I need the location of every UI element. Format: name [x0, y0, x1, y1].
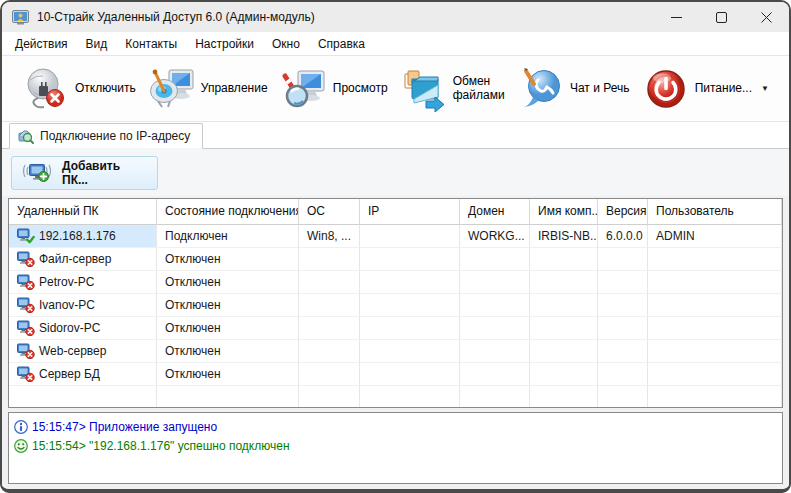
- cell-ip: [360, 363, 460, 386]
- cell-computer: [530, 363, 598, 386]
- cell-version: [598, 317, 648, 340]
- file-exchange-button[interactable]: Обмен файлами: [396, 62, 509, 116]
- menu-item-window[interactable]: Окно: [263, 34, 309, 54]
- cell-computer: [530, 248, 598, 271]
- cell-user: [648, 317, 782, 340]
- column-header-computer[interactable]: Имя комп...: [530, 199, 598, 225]
- event-log: 15:15:47> Приложение запущено15:15:54> "…: [8, 412, 783, 484]
- cell-domain: WORKG...: [460, 225, 530, 248]
- cell-os: [299, 363, 360, 386]
- cell-user: [648, 294, 782, 317]
- log-entry: 15:15:47> Приложение запущено: [14, 417, 777, 436]
- tab-ip-connection[interactable]: Подключение по IP-адресу: [9, 123, 203, 149]
- column-header-version[interactable]: Версия: [598, 199, 648, 225]
- app-window: 10-Страйк Удаленный Доступ 6.0 (Админ-мо…: [0, 0, 791, 493]
- app-icon: [12, 10, 29, 25]
- cell-computer: [530, 294, 598, 317]
- pc-name: Ivanov-PC: [39, 294, 95, 316]
- add-pc-button[interactable]: Добавить ПК...: [11, 156, 158, 190]
- pc-disconnected-icon: [17, 320, 35, 336]
- cell-name[interactable]: Petrov-PC: [9, 271, 157, 294]
- cell-domain: [460, 317, 530, 340]
- minimize-button[interactable]: [654, 2, 699, 32]
- pc-name: Petrov-PC: [39, 271, 94, 293]
- column-header-domain[interactable]: Домен: [460, 199, 530, 225]
- view-button[interactable]: Просмотр: [276, 62, 392, 116]
- pc-name: Сервер БД: [39, 363, 100, 385]
- table-row[interactable]: Ivanov-PCОтключен: [9, 294, 782, 317]
- table-row[interactable]: Файл-серверОтключен: [9, 248, 782, 271]
- maximize-button[interactable]: [699, 2, 744, 32]
- file-exchange-icon: [400, 65, 448, 113]
- pc-disconnected-icon: [17, 297, 35, 313]
- column-header-name[interactable]: Удаленный ПК: [9, 199, 157, 225]
- cell-version: 6.0.0.0: [598, 225, 648, 248]
- cell-status: Отключен: [157, 294, 299, 317]
- cell-status: Отключен: [157, 317, 299, 340]
- filler-cell: [9, 386, 157, 407]
- column-header-os[interactable]: ОС: [299, 199, 360, 225]
- cell-name[interactable]: Ivanov-PC: [9, 294, 157, 317]
- window-title: 10-Страйк Удаленный Доступ 6.0 (Админ-мо…: [37, 10, 315, 24]
- menu-item-help[interactable]: Справка: [309, 34, 374, 54]
- pc-name: Файл-сервер: [39, 248, 111, 270]
- menu-item-actions[interactable]: Действия: [6, 34, 77, 54]
- info-icon: [14, 420, 28, 434]
- smiley-icon: [14, 439, 28, 453]
- cell-user: [648, 271, 782, 294]
- cell-computer: [530, 340, 598, 363]
- filler-cell: [157, 386, 299, 407]
- cell-user: [648, 248, 782, 271]
- pc-disconnected-icon: [17, 251, 35, 267]
- table-row[interactable]: Petrov-PCОтключен: [9, 271, 782, 294]
- window-controls: [654, 2, 789, 32]
- cell-name[interactable]: Файл-сервер: [9, 248, 157, 271]
- cell-name[interactable]: 192.168.1.176: [9, 225, 157, 248]
- cell-version: [598, 248, 648, 271]
- disconnect-button[interactable]: Отключить: [18, 62, 140, 116]
- cell-status: Отключен: [157, 363, 299, 386]
- table-row[interactable]: 192.168.1.176ПодключенWin8, ...WORKG...I…: [9, 225, 782, 248]
- cell-os: [299, 317, 360, 340]
- tab-label: Подключение по IP-адресу: [40, 129, 190, 143]
- view-button-label: Просмотр: [333, 82, 388, 96]
- power-button[interactable]: Питание...▼: [638, 62, 773, 116]
- chat-button[interactable]: Чат и Речь: [513, 62, 634, 116]
- cell-os: [299, 340, 360, 363]
- cell-name[interactable]: Web-сервер: [9, 340, 157, 363]
- cell-ip: [360, 294, 460, 317]
- log-entry-text: 15:15:47> Приложение запущено: [32, 420, 217, 434]
- filler-cell: [648, 386, 782, 407]
- cell-version: [598, 271, 648, 294]
- management-button[interactable]: Управление: [144, 62, 272, 116]
- cell-domain: [460, 340, 530, 363]
- table-row[interactable]: Sidorov-PCОтключен: [9, 317, 782, 340]
- column-header-user[interactable]: Пользователь: [648, 199, 782, 225]
- close-button[interactable]: [744, 2, 789, 32]
- cell-ip: [360, 317, 460, 340]
- cell-version: [598, 340, 648, 363]
- menu-item-view[interactable]: Вид: [77, 34, 117, 54]
- column-header-ip[interactable]: IP: [360, 199, 460, 225]
- cell-name[interactable]: Sidorov-PC: [9, 317, 157, 340]
- cell-version: [598, 363, 648, 386]
- chat-button-label: Чат и Речь: [570, 82, 630, 96]
- menu-item-settings[interactable]: Настройки: [186, 34, 263, 54]
- cell-name[interactable]: Сервер БД: [9, 363, 157, 386]
- disconnect-icon: [22, 65, 70, 113]
- filler-cell: [460, 386, 530, 407]
- pc-name: Web-сервер: [39, 340, 106, 362]
- cell-status: Отключен: [157, 271, 299, 294]
- cell-domain: [460, 294, 530, 317]
- toolbar: ОтключитьУправлениеПросмотрОбмен файлами…: [2, 56, 789, 122]
- cell-ip: [360, 225, 460, 248]
- menu-item-contacts[interactable]: Контакты: [116, 34, 186, 54]
- remote-pc-table: Удаленный ПКСостояние подключенияОСIPДом…: [8, 198, 783, 408]
- cell-computer: [530, 271, 598, 294]
- table-row[interactable]: Сервер БДОтключен: [9, 363, 782, 386]
- add-pc-button-label: Добавить ПК...: [62, 159, 147, 187]
- cell-os: [299, 294, 360, 317]
- table-row[interactable]: Web-серверОтключен: [9, 340, 782, 363]
- table-empty-area: [9, 386, 782, 407]
- column-header-status[interactable]: Состояние подключения: [157, 199, 299, 225]
